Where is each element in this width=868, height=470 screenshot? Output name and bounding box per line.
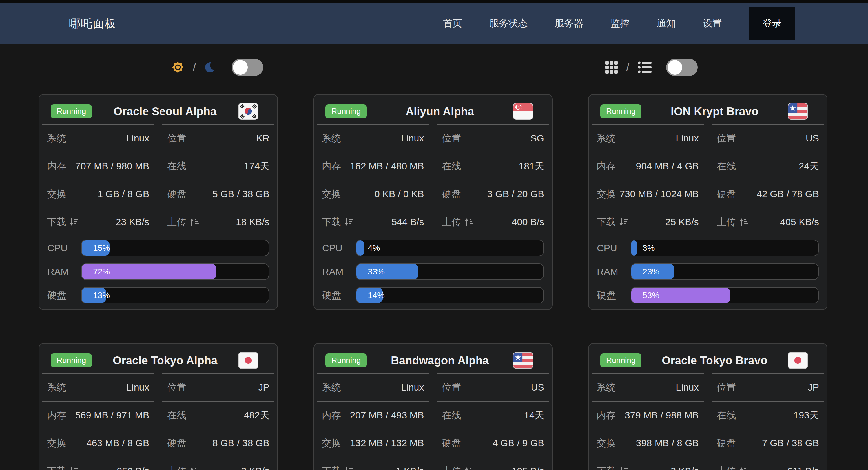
stat-uptime: 在线 14天 [437, 401, 550, 429]
stat-row: 系统 Linux 位置 SG [317, 124, 549, 152]
nav-item-settings[interactable]: 设置 [703, 17, 722, 30]
server-card-header: Running Oracle Tokyo Bravo [592, 344, 824, 373]
sort-up-icon [464, 467, 474, 470]
stat-uptime: 在线 193天 [712, 401, 824, 429]
stat-value-download: 25 KB/s [665, 216, 699, 227]
download-label-text: 下载 [47, 216, 66, 228]
stat-system: 系统 Linux [317, 373, 429, 401]
disk-progress-row: 硬盘 14% [317, 283, 549, 307]
nav-item-home[interactable]: 首页 [443, 17, 462, 30]
server-stats: 系统 Linux 位置 KR 内存 707 MB / 980 MB 在线 174… [42, 124, 275, 236]
stat-row: 交换 132 MB / 132 MB 硬盘 4 GB / 9 GB [317, 429, 549, 457]
stat-value-system: Linux [126, 133, 149, 144]
theme-separator: / [193, 59, 196, 76]
cpu-label: CPU [48, 243, 81, 254]
upload-label-text: 上传 [717, 465, 736, 470]
stat-download: 下载 2 KB/s [592, 457, 704, 470]
upload-label-text: 上传 [167, 216, 187, 228]
stat-label-swap: 交换 [47, 188, 66, 200]
stat-row: 系统 Linux 位置 JP [592, 373, 824, 401]
status-badge: Running [600, 353, 642, 368]
nav-item-servers[interactable]: 服务器 [555, 17, 583, 30]
stat-row: 下载 850 B/s 上传 [42, 457, 275, 470]
cpu-label: CPU [597, 243, 631, 254]
grid-icon [606, 61, 618, 73]
stat-value-uptime: 482天 [244, 409, 270, 422]
stat-row: 下载 25 KB/s 上传 [592, 208, 824, 236]
nav-item-service-status[interactable]: 服务状态 [489, 17, 528, 30]
stat-value-upload: 2 KB/s [241, 466, 270, 470]
stat-location: 位置 US [712, 124, 824, 152]
disk-label: 硬盘 [597, 289, 631, 302]
stat-label-location: 位置 [442, 132, 461, 145]
stat-download: 下载 23 KB/s [42, 208, 154, 236]
theme-toggle-switch[interactable] [231, 59, 263, 76]
status-badge: Running [600, 104, 642, 118]
disk-progress-row: 硬盘 13% [42, 283, 275, 307]
stat-value-uptime: 24天 [799, 160, 819, 173]
cpu-label: CPU [322, 243, 356, 254]
stat-label-disk: 硬盘 [442, 188, 461, 200]
nav-item-monitoring[interactable]: 监控 [611, 17, 629, 30]
stat-uptime: 在线 174天 [162, 152, 275, 180]
disk-label: 硬盘 [48, 289, 81, 302]
status-badge: Running [51, 104, 92, 118]
stat-label-swap: 交换 [47, 437, 66, 450]
stat-system: 系统 Linux [592, 373, 704, 401]
view-toggle-switch[interactable] [666, 59, 698, 76]
stat-value-location: US [806, 133, 819, 144]
cpu-progress-bar: 4% [356, 240, 544, 256]
stat-label-memory: 内存 [47, 160, 66, 173]
stat-value-memory: 207 MB / 493 MB [350, 410, 424, 421]
download-label-text: 下载 [597, 216, 616, 228]
stat-label-location: 位置 [717, 132, 736, 145]
app-logo[interactable]: 哪吒面板 [69, 16, 116, 31]
stat-value-location: US [531, 382, 544, 393]
stat-value-uptime: 181天 [519, 160, 544, 173]
stat-value-memory: 707 MB / 980 MB [75, 161, 149, 171]
sort-down-icon [619, 467, 628, 470]
server-stats: 系统 Linux 位置 JP 内存 569 MB / 971 MB 在线 482… [42, 373, 275, 470]
stat-value-download: 1 KB/s [396, 466, 424, 470]
cpu-progress-row: CPU 3% [592, 236, 824, 260]
disk-progress-bar: 13% [81, 287, 269, 304]
stat-label-download: 下载 [47, 465, 79, 470]
download-label-text: 下载 [322, 216, 341, 228]
stat-swap: 交换 398 MB / 8 GB [592, 429, 704, 457]
stat-label-uptime: 在线 [717, 160, 736, 173]
nav-item-notifications[interactable]: 通知 [657, 17, 676, 30]
stat-row: 系统 Linux 位置 KR [42, 124, 275, 152]
country-flag-icon [788, 103, 808, 120]
stat-row: 下载 1 KB/s 上传 [317, 457, 549, 470]
server-name: Oracle Tokyo Alpha [92, 354, 238, 367]
status-badge: Running [51, 353, 92, 368]
stat-row: 内存 207 MB / 493 MB 在线 14天 [317, 401, 549, 429]
cpu-progress-fill [631, 240, 637, 256]
disk-percent: 14% [368, 290, 385, 300]
stat-label-memory: 内存 [597, 409, 616, 422]
server-stats: 系统 Linux 位置 US 内存 904 MB / 4 GB 在线 24天 [592, 124, 824, 236]
server-name: Aliyun Alpha [367, 105, 513, 118]
usage-bars: CPU 4% RAM 33% 硬盘 14% [317, 236, 549, 307]
status-badge: Running [326, 104, 367, 118]
server-stats: 系统 Linux 位置 US 内存 207 MB / 493 MB 在线 14天 [317, 373, 549, 470]
login-button[interactable]: 登录 [749, 7, 795, 40]
sort-down-icon [69, 218, 79, 226]
stat-value-swap: 1 GB / 8 GB [97, 189, 149, 199]
theme-toggle-group: / [172, 59, 263, 76]
moon-icon [205, 61, 217, 73]
stat-location: 位置 JP [712, 373, 824, 401]
stat-value-uptime: 193天 [793, 409, 819, 422]
ram-progress-bar: 23% [631, 263, 819, 280]
stat-row: 下载 23 KB/s 上传 [42, 208, 275, 236]
stat-value-upload: 18 KB/s [236, 216, 270, 227]
stat-upload: 上传 18 KB/s [162, 208, 275, 236]
stat-label-upload: 上传 [442, 465, 474, 470]
stat-label-system: 系统 [597, 381, 616, 394]
sun-icon [172, 61, 184, 74]
disk-progress-bar: 53% [631, 287, 819, 304]
stat-uptime: 在线 482天 [162, 401, 275, 429]
stat-value-system: Linux [401, 133, 424, 144]
stat-label-disk: 硬盘 [442, 437, 461, 450]
stat-label-download: 下载 [597, 216, 628, 228]
